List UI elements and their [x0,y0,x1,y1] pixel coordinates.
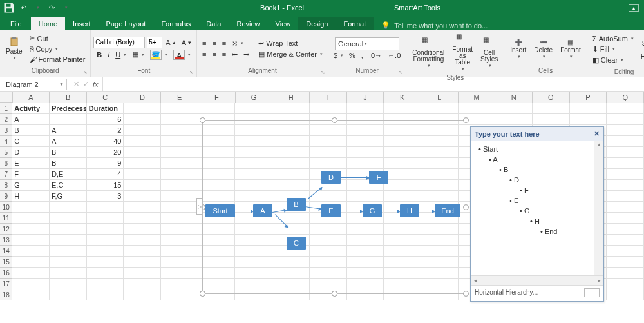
cell[interactable]: Predecessor [50,103,87,114]
cell[interactable]: E [12,158,50,169]
cell[interactable] [124,213,161,224]
cell[interactable] [50,114,87,125]
format-painter-button[interactable]: 🖌Format Painter [27,54,88,64]
cell[interactable] [50,235,87,246]
column-header[interactable]: P [570,92,607,103]
smartart-node-b[interactable]: B [287,198,306,211]
smartart-node-h[interactable]: H [400,204,419,217]
cell[interactable] [124,147,161,158]
cell[interactable] [161,246,198,257]
cell[interactable] [12,213,50,224]
cell[interactable] [607,114,644,125]
row-header[interactable]: 9 [0,191,12,202]
cell[interactable]: A [50,136,87,147]
textpane-item[interactable]: • H [475,216,600,226]
increase-decimal-button[interactable]: .0→ [366,50,384,61]
sort-filter-button[interactable]: ⇅Sort & Filter [638,31,644,68]
cell[interactable] [161,224,198,235]
italic-button[interactable]: I [105,48,112,61]
tab-view[interactable]: View [268,17,299,30]
cell[interactable]: Duration [87,103,124,114]
cell[interactable] [310,103,347,114]
cell[interactable] [124,202,161,213]
textpane-footer[interactable]: Horizontal Hierarchy... [471,285,603,299]
textpane-item[interactable]: • Start [475,144,600,154]
cell[interactable]: C [12,136,50,147]
cell[interactable] [87,235,124,246]
cell[interactable]: Activity [12,103,50,114]
column-header[interactable]: Q [607,92,644,103]
cell[interactable] [12,289,50,300]
cell[interactable] [50,268,87,279]
qat-customize-icon[interactable] [59,1,72,14]
cell[interactable]: F,G [50,191,87,202]
cell[interactable] [12,279,50,289]
textpane-item[interactable]: • D [475,175,600,185]
fx-icon[interactable]: fx [93,81,99,88]
cell[interactable] [87,289,124,300]
row-header[interactable]: 13 [0,235,12,246]
tab-formulas[interactable]: Formulas [153,17,198,30]
cell[interactable] [50,213,87,224]
row-header[interactable]: 5 [0,147,12,158]
font-size-input[interactable] [147,37,162,48]
cell[interactable] [87,268,124,279]
cell[interactable] [607,224,644,235]
row-header[interactable]: 4 [0,136,12,147]
font-launcher-icon[interactable]: ⤡ [189,70,194,75]
row-header[interactable]: 18 [0,289,12,300]
cell[interactable] [607,289,644,300]
row-header[interactable]: 14 [0,246,12,257]
smartart-node-end[interactable]: End [435,204,460,217]
resize-handle[interactable] [463,117,469,123]
font-color-button[interactable]: A [171,48,193,61]
autosum-button[interactable]: ΣAutoSum [590,34,636,44]
cell[interactable] [570,103,607,114]
cell[interactable] [533,114,570,125]
cell[interactable] [124,224,161,235]
cell[interactable] [87,213,124,224]
cell[interactable]: A [12,114,50,125]
cell[interactable] [161,147,198,158]
paste-button[interactable]: Paste [3,35,26,63]
cell[interactable] [124,114,161,125]
cell[interactable] [607,191,644,202]
tab-file[interactable]: File [3,17,30,30]
textpane-vscroll[interactable]: ▴ [594,141,603,275]
cell[interactable] [124,125,161,136]
underline-button[interactable]: U [113,48,129,61]
cell[interactable]: 20 [87,147,124,158]
cell[interactable] [87,257,124,268]
cell[interactable] [87,202,124,213]
cell[interactable] [161,169,198,180]
cell[interactable] [50,257,87,268]
cell[interactable]: D [12,147,50,158]
cell[interactable] [421,103,459,114]
merge-center-button[interactable]: ▤Merge & Center [256,49,325,60]
smartart-node-start[interactable]: Start [205,204,235,217]
cell[interactable] [124,191,161,202]
smartart-node-f[interactable]: F [369,171,388,184]
textpane-item[interactable]: • A [475,154,600,164]
cell[interactable] [459,103,496,114]
cell[interactable] [12,268,50,279]
cut-button[interactable]: ✂Cut [27,33,88,44]
worksheet-grid[interactable]: ABCDEFGHIJKLMNOPQ 1ActivityPredecessorDu… [0,92,644,323]
undo-dropdown-icon[interactable] [31,1,44,14]
cell[interactable] [161,114,198,125]
accounting-format-button[interactable]: $ [331,50,346,61]
column-header[interactable]: L [421,92,459,103]
cell[interactable]: 4 [87,169,124,180]
row-header[interactable]: 8 [0,180,12,191]
cell[interactable] [12,246,50,257]
cell[interactable] [12,235,50,246]
cell[interactable] [161,180,198,191]
ribbon-options-icon[interactable]: ▴ [629,4,639,12]
tab-home[interactable]: Home [31,17,65,30]
cell[interactable] [124,257,161,268]
textpane-item[interactable]: • F [475,185,600,195]
cell[interactable] [161,268,198,279]
cell[interactable] [272,103,310,114]
cell[interactable] [607,279,644,289]
alignment-launcher-icon[interactable]: ⤡ [321,70,325,75]
